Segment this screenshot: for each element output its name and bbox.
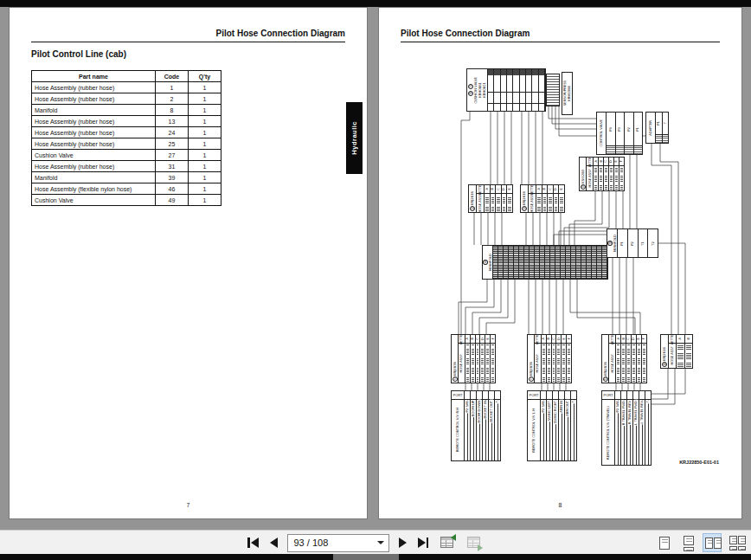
hydraulic-section-tab[interactable]: Hydraulic <box>346 102 363 174</box>
hose-assy-block: KSI128031LETTERHOSE ASSYABCDEF <box>579 157 625 191</box>
hose-letter: A <box>617 338 620 340</box>
port-header-row: PORT <box>528 391 576 400</box>
port-column: BOOM DOWN <box>477 400 483 460</box>
last-page-icon <box>418 537 426 548</box>
grid-cell <box>539 69 545 111</box>
single-page-view-button[interactable] <box>654 533 673 552</box>
hose-letter: E <box>614 160 618 162</box>
page-number-combobox[interactable]: 93 / 108 <box>287 534 389 552</box>
port-header-cell <box>621 391 627 399</box>
hose-part-number-cell <box>622 344 625 382</box>
part-name-cell: Hose Assembly (rubber hose) <box>32 82 156 93</box>
hose-letter: F <box>619 160 623 162</box>
first-page-button[interactable] <box>246 533 260 552</box>
hose-assy-header: HOSE ASSY <box>671 346 674 365</box>
hose-letter: A <box>485 188 489 190</box>
hose-column: F <box>642 335 646 383</box>
code-cell: 49 <box>156 195 189 206</box>
code-circle: 13 <box>603 377 608 382</box>
previous-view-button[interactable] <box>438 533 457 552</box>
port-body: REMOTE CONTROL V/V (TRAVEL)P2 SAER TRAVE… <box>602 400 651 465</box>
green-arrow-icon <box>478 544 483 551</box>
first-page-icon <box>251 537 259 548</box>
continuous-facing-icon <box>738 536 746 544</box>
part-name-cell: Hose Assembly (rubber hose) <box>32 116 156 127</box>
table-row: Hose Assembly (rubber hose)251 <box>32 138 221 150</box>
port-column: T <box>495 400 500 460</box>
continuous-page-icon <box>684 536 694 545</box>
port-column: P2 SAE <box>541 400 547 460</box>
hose-block-id: KRJ261625 <box>521 185 529 212</box>
continuous-facing-icon <box>738 546 746 550</box>
code-cell: 1 <box>156 82 189 93</box>
facing-pages-view-button[interactable] <box>703 533 722 552</box>
hose-part-code: KRJ2616 <box>523 191 526 205</box>
next-page-button[interactable] <box>397 533 408 552</box>
qty-cell: 1 <box>189 172 221 183</box>
page-number-left: 7 <box>10 502 367 508</box>
hose-part-number-cell <box>491 344 494 382</box>
taskbar-notch <box>333 554 399 560</box>
table-row: Hose Assembly (rubber hose)11 <box>32 82 221 93</box>
hose-part-number-cell <box>617 344 619 382</box>
hose-column: F <box>491 335 495 383</box>
hose-column: A <box>677 335 684 368</box>
hose-letter: B <box>547 338 550 340</box>
manual-page-right: Pilot Hose Connection Diagram <box>378 7 742 519</box>
last-page-icon <box>427 537 429 548</box>
hose-letter: D <box>609 160 613 163</box>
continuous-facing-view-button[interactable] <box>727 533 746 552</box>
port-body: REMOTE CONTROL V/V R.HP2 SAEBOOM UPBOOM … <box>452 400 500 460</box>
hose-part-number-cell <box>486 344 489 382</box>
port-header-cell <box>633 391 639 399</box>
hose-block-id: KRJ28361 <box>528 335 535 383</box>
hose-block-id: KRJ283613 <box>602 335 609 383</box>
hose-block-headers: LETTERHOSE ASSY <box>477 185 484 212</box>
hose-letter: B <box>542 188 546 190</box>
previous-page-button[interactable] <box>268 533 279 552</box>
next-view-button[interactable] <box>465 533 484 552</box>
remote-control-port-table: PORTREMOTE CONTROL V/V R.HP2 SAEBOOM UPB… <box>451 390 501 461</box>
cv-port-column: P4 <box>607 113 616 154</box>
port-header-cell <box>541 391 547 399</box>
hose-part-code: KRJ2836 <box>604 362 607 376</box>
parts-table: Part name Code Q'ty Hose Assembly (rubbe… <box>31 70 221 206</box>
hose-assy-block: KRJ283613LETTERHOSE ASSYABCDEF <box>601 334 647 383</box>
hose-letter: D <box>554 188 557 190</box>
hose-column: B <box>542 185 549 212</box>
adapter-port-label: P1 <box>657 121 660 126</box>
code-cell: 2 <box>156 93 189 105</box>
last-page-button[interactable] <box>416 533 431 552</box>
port-body: REMOTE CONTROL V/V L.HP2 SAESWING LEFTSW… <box>528 400 576 460</box>
port-header-cell <box>645 391 651 399</box>
manifold-name: MANIFOLD <box>613 235 617 252</box>
manifold-label: 8 MANIFOLD <box>483 246 493 279</box>
code-circle: 49 <box>468 91 473 96</box>
cv-port-label: P2 <box>627 127 631 132</box>
code-circle: 24 <box>470 206 475 211</box>
continuous-view-button[interactable] <box>678 533 697 552</box>
code-cell: 27 <box>156 150 189 161</box>
code-circle: 1 <box>529 377 534 382</box>
grid-cell <box>507 69 513 111</box>
hose-block-headers: LETTERHOSE ASSY <box>669 335 677 368</box>
port-header-row: PORT <box>452 391 500 400</box>
facing-pages-icon <box>705 537 713 549</box>
hose-block-headers: LETTERHOSE ASSY <box>587 158 594 190</box>
hose-block-headers: LETTERHOSE ASSY <box>609 335 616 383</box>
port-column: R TRAVEL FWD <box>621 400 627 465</box>
page-indicator: 93 / 108 <box>288 537 377 548</box>
continuous-page-icon <box>684 547 694 551</box>
hose-block-headers: LETTERHOSE ASSY <box>535 335 541 383</box>
hose-letter: D <box>481 338 485 340</box>
hose-assy-header: HOSE ASSY <box>530 194 534 213</box>
port-header-cell <box>483 391 489 399</box>
hose-letter: E <box>486 338 490 339</box>
port-header-cell <box>639 391 645 399</box>
hose-block-headers: LETTERHOSE ASSY <box>459 335 465 383</box>
part-name-cell: Hose Assembly (rubber hose) <box>32 93 156 105</box>
hose-letter: C <box>626 338 630 340</box>
qty-cell: 1 <box>189 127 221 138</box>
hose-assy-block: KRJ28361LETTERHOSE ASSYABCDEF <box>527 334 572 383</box>
hose-block-id: KRJ261646 <box>661 335 669 368</box>
